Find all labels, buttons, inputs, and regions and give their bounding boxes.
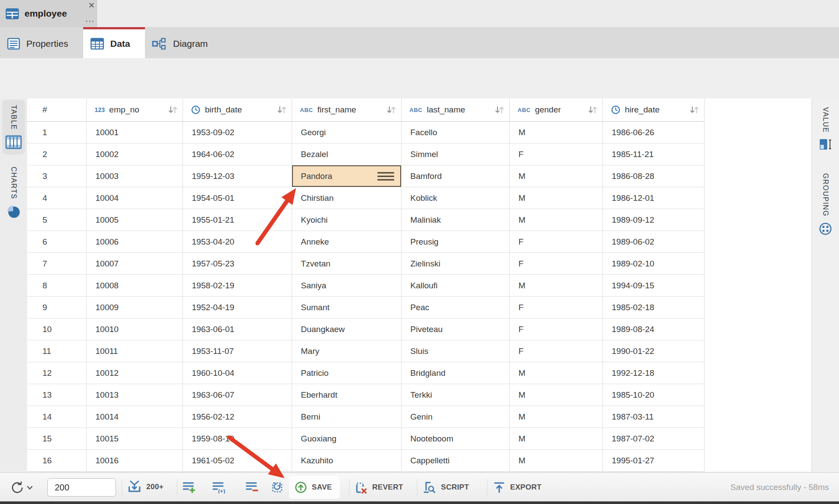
export-button[interactable]: EXPORT [493,481,542,494]
cell-emp_no[interactable]: 10005 [87,209,183,231]
cell-last_name[interactable]: Terkki [402,384,510,406]
sort-icon[interactable] [494,105,505,115]
cell-hire_date[interactable]: 1989-02-10 [603,253,705,275]
cell-rownum[interactable]: 2 [27,144,87,165]
revert-button[interactable]: REVERT [355,481,403,494]
cell-first_name[interactable]: Georgi [292,122,402,144]
cell-hire_date[interactable]: 1989-06-02 [603,231,705,253]
cell-hire_date[interactable]: 1990-01-22 [603,340,705,362]
cell-gender[interactable]: M [510,384,603,406]
cell-emp_no[interactable]: 10002 [87,144,183,165]
delete-row-icon[interactable] [245,480,259,494]
copy-row-icon[interactable] [271,480,285,494]
cell-last_name[interactable]: Bamford [402,165,510,187]
tab-menu-dots-icon[interactable]: … [85,15,95,23]
cell-hire_date[interactable]: 1986-12-01 [603,187,705,209]
cell-first_name[interactable]: Kazuhito [292,450,402,472]
cell-rownum[interactable]: 7 [27,253,87,275]
cell-last_name[interactable]: Preusig [402,231,510,253]
cell-first_name[interactable]: Chirstian [292,187,402,209]
column-header-rownum[interactable]: # [27,98,87,122]
cell-birth_date[interactable]: 1960-10-04 [183,362,292,384]
cell-hire_date[interactable]: 1992-12-18 [603,362,705,384]
rail-tab-value[interactable]: VALUE [814,102,837,156]
cell-first_name[interactable]: Mary [292,340,402,362]
cell-rownum[interactable]: 8 [27,275,87,297]
sort-icon[interactable] [168,105,178,115]
sort-icon[interactable] [386,105,397,115]
cell-last_name[interactable]: Nooteboom [402,428,510,450]
cell-first_name[interactable]: Anneke [292,231,402,253]
refresh-dropdown-chevron-icon[interactable] [26,485,33,490]
cell-rownum[interactable]: 12 [27,362,87,384]
cell-last_name[interactable]: Facello [402,122,510,144]
duplicate-row-icon[interactable]: (+) [212,480,227,494]
cell-gender[interactable]: M [510,187,603,209]
doc-tab-employee[interactable]: employee × … [0,0,97,27]
cell-first_name[interactable]: Kyoichi [292,209,402,231]
column-header-first_name[interactable]: ABCfirst_name [292,98,402,122]
cell-hire_date[interactable]: 1985-02-18 [603,297,705,318]
cell-hire_date[interactable]: 1986-06-26 [603,122,705,144]
cell-birth_date[interactable]: 1957-05-23 [183,253,292,275]
column-header-last_name[interactable]: ABClast_name [402,98,510,122]
cell-last_name[interactable]: Piveteau [402,318,510,340]
cell-birth_date[interactable]: 1961-05-02 [183,450,292,472]
cell-birth_date[interactable]: 1952-04-19 [183,297,292,318]
column-header-birth_date[interactable]: birth_date [183,98,292,122]
cell-emp_no[interactable]: 10003 [87,165,183,187]
cell-first_name[interactable]: Patricio [292,362,402,384]
cell-rownum[interactable]: 1 [27,122,87,144]
cell-last_name[interactable]: Peac [402,297,510,318]
cell-birth_date[interactable]: 1955-01-21 [183,209,292,231]
cell-gender[interactable]: F [510,231,603,253]
cell-hire_date[interactable]: 1986-08-28 [603,165,705,187]
column-header-emp_no[interactable]: 123emp_no [87,98,183,122]
refresh-button[interactable] [10,480,25,494]
cell-last_name[interactable]: Bridgland [402,362,510,384]
cell-rownum[interactable]: 14 [27,406,87,428]
cell-last_name[interactable]: Maliniak [402,209,510,231]
cell-rownum[interactable]: 15 [27,428,87,450]
cell-menu-icon[interactable] [377,172,394,180]
cell-emp_no[interactable]: 10012 [87,362,183,384]
rail-tab-table[interactable]: TABLE [2,100,25,154]
tab-properties[interactable]: Properties [0,27,83,58]
cell-gender[interactable]: F [510,144,603,165]
cell-last_name[interactable]: Sluis [402,340,510,362]
save-button[interactable]: SAVE [294,481,332,494]
cell-emp_no[interactable]: 10013 [87,384,183,406]
cell-first_name[interactable]: Eberhardt [292,384,402,406]
cell-last_name[interactable]: Koblick [402,187,510,209]
cell-gender[interactable]: M [510,122,603,144]
cell-first_name[interactable]: Sumant [292,297,402,318]
cell-rownum[interactable]: 6 [27,231,87,253]
cell-rownum[interactable]: 10 [27,318,87,340]
tab-data[interactable]: Data [83,27,145,58]
fetch-next-page-button[interactable]: 200+ [127,480,164,494]
cell-birth_date[interactable]: 1954-05-01 [183,187,292,209]
cell-emp_no[interactable]: 10007 [87,253,183,275]
cell-hire_date[interactable]: 1989-08-24 [603,318,705,340]
cell-first_name[interactable]: Saniya [292,275,402,297]
cell-birth_date[interactable]: 1956-02-12 [183,406,292,428]
cell-birth_date[interactable]: 1958-02-19 [183,275,292,297]
cell-emp_no[interactable]: 10009 [87,297,183,318]
cell-hire_date[interactable]: 1985-11-21 [603,144,705,165]
cell-birth_date[interactable]: 1963-06-01 [183,318,292,340]
add-row-icon[interactable] [182,480,196,494]
cell-hire_date[interactable]: 1989-09-12 [603,209,705,231]
cell-first_name[interactable]: Bezalel [292,144,402,165]
cell-first_name[interactable]: Duangkaew [292,318,402,340]
cell-first_name[interactable]: Berni [292,406,402,428]
cell-emp_no[interactable]: 10016 [87,450,183,472]
cell-last_name[interactable]: Kalloufi [402,275,510,297]
cell-gender[interactable]: M [510,165,603,187]
cell-gender[interactable]: M [510,428,603,450]
cell-last_name[interactable]: Zielinski [402,253,510,275]
cell-first_name[interactable]: Tzvetan [292,253,402,275]
cell-emp_no[interactable]: 10015 [87,428,183,450]
cell-emp_no[interactable]: 10010 [87,318,183,340]
cell-emp_no[interactable]: 10001 [87,122,183,144]
cell-gender[interactable]: M [510,362,603,384]
